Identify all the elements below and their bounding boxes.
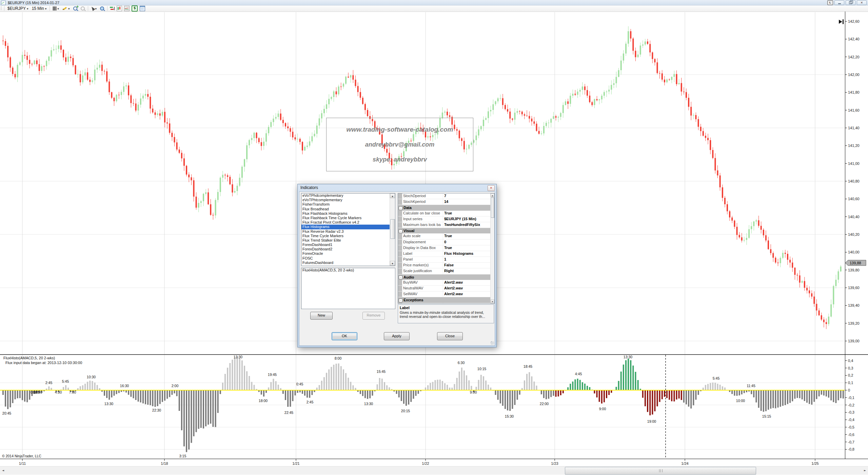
collapse-icon[interactable]: - [399, 206, 402, 210]
svg-text:22:00: 22:00 [540, 402, 549, 406]
property-value[interactable]: Alert2.wav [444, 286, 487, 291]
scroll-down-icon[interactable]: ▼ [390, 261, 395, 266]
property-row[interactable]: Maximum bars look baTwoHundredFiftySix [398, 222, 491, 228]
property-category-row[interactable]: -Audio [398, 274, 491, 280]
ok-button[interactable]: OK [332, 332, 357, 340]
property-row[interactable]: Price marker(s)False [398, 263, 491, 268]
property-category-row[interactable]: -Exceptions [398, 297, 491, 303]
configured-indicator-item[interactable]: FluxHisto(AMACD,5, 20 2-wks) [301, 268, 395, 272]
scrollbar-thumb[interactable] [491, 197, 494, 218]
indicator-list-item[interactable]: Flux Broadhead [301, 207, 395, 211]
property-row[interactable]: Auto scaleTrue [398, 233, 491, 239]
property-row[interactable]: Panel1 [398, 257, 491, 263]
indicator-list-item[interactable]: ForexOracle [301, 251, 395, 256]
property-name: Panel [403, 257, 442, 262]
scroll-up-icon[interactable]: ▲ [491, 193, 494, 197]
property-value[interactable]: TwoHundredFiftySix [444, 222, 487, 227]
svg-text:13:30: 13:30 [624, 355, 632, 359]
new-button[interactable]: New [310, 312, 333, 320]
svg-text:15:15: 15:15 [762, 414, 771, 418]
property-name: SellWAV [403, 291, 442, 297]
property-value[interactable]: Right [444, 268, 487, 273]
property-value[interactable]: 2010-12-23 14:00 [444, 303, 487, 304]
indicator-list-item[interactable]: Flux Reverse Radar v2.3 [301, 229, 395, 234]
indicator-list-item[interactable]: Flux Flashback Time Cycle Markers [301, 216, 395, 220]
property-row[interactable]: NeutralWAVAlert2.wav [398, 286, 491, 291]
property-row[interactable]: Display in Data BoxTrue [398, 245, 491, 251]
histogram-time-labels: 20:450:000:453:002:454:305:457:0010:3013… [2, 355, 771, 458]
property-category-row[interactable]: -Visual [398, 228, 491, 233]
scroll-down-icon[interactable]: ▼ [491, 300, 494, 303]
resize-grip[interactable] [491, 341, 494, 345]
scrollbar-thumb[interactable] [565, 467, 756, 475]
scrollbar-thumb[interactable] [390, 219, 395, 239]
apply-button[interactable]: Apply [384, 332, 410, 340]
grid-scrollbar[interactable]: ▲ ▼ [490, 193, 494, 303]
indicator-list-item[interactable]: Flux Trend Stalker Elite [301, 238, 395, 243]
property-row[interactable]: SellWAVAlert2.wav [398, 291, 491, 297]
indicator-list-item[interactable]: FuturesDashboard [301, 261, 395, 265]
property-value[interactable]: Flux Histograms [444, 251, 487, 256]
indicator-list-item[interactable]: eVoTPhtcomplementary [301, 198, 395, 202]
property-grid[interactable]: StochDperiod7StochKperiod14-DataCalculat… [398, 193, 495, 304]
property-name: Scale justification [403, 268, 442, 273]
property-value[interactable]: Alert2.wav [444, 280, 487, 285]
indicator-list-item[interactable]: eVoTPhdcomplementary [301, 193, 395, 198]
property-row[interactable]: Displacement0 [398, 240, 491, 245]
indicator-list-item[interactable]: Flux Fractal Pivot Confluence v4.2 [301, 220, 395, 225]
horizontal-scrollbar[interactable]: ◄ ► [0, 466, 868, 475]
scroll-up-icon[interactable]: ▲ [390, 193, 395, 198]
svg-text:7:00: 7:00 [69, 390, 76, 394]
available-indicators-list[interactable]: eVoTPhdcomplementaryeVoTPhtcomplementary… [301, 193, 395, 266]
property-row[interactable]: LabelFlux Histograms [398, 251, 491, 257]
property-row[interactable]: Input series$EURJPY (15 Min) [398, 216, 491, 222]
indicator-list-item[interactable]: FOSC [301, 256, 395, 261]
description-text: Gives a minute-by-minute statistical ana… [400, 310, 492, 319]
property-value[interactable]: True [444, 233, 487, 239]
property-category-row[interactable]: -Data [398, 205, 491, 210]
go-to-last-bar-icon[interactable] [839, 19, 846, 25]
indicator-list-item[interactable]: Flux Flashback Histograms [301, 211, 395, 216]
collapse-icon[interactable]: - [399, 299, 402, 302]
property-value[interactable]: 1 [444, 257, 487, 262]
property-row[interactable]: StochDperiod7 [398, 193, 491, 199]
property-row[interactable]: Holiday1DateTime2010-12-23 14:00 [398, 303, 491, 304]
property-value[interactable]: $EURJPY (15 Min) [444, 216, 487, 222]
indicator-list-item[interactable]: FisherTransform [301, 202, 395, 207]
dialog-close-button[interactable]: ✕ [488, 185, 495, 191]
svg-text:1/24: 1/24 [681, 461, 688, 466]
watermark: www.trading-software-catalog.com andreyb… [326, 118, 473, 171]
configured-indicators-list[interactable]: FluxHisto(AMACD,5, 20 2-wks) [301, 268, 395, 309]
svg-text:0,1: 0,1 [848, 381, 853, 385]
property-row[interactable]: StochKperiod14 [398, 199, 491, 205]
property-value[interactable]: 0 [444, 240, 487, 245]
svg-text:139,20: 139,20 [848, 321, 860, 325]
property-value[interactable]: True [444, 245, 487, 250]
property-row[interactable]: Calculate on bar closeTrue [398, 211, 491, 216]
collapse-icon[interactable]: - [399, 229, 402, 233]
property-row[interactable]: Scale justificationRight [398, 268, 491, 274]
property-value[interactable]: False [444, 263, 487, 268]
property-value[interactable]: Alert2.wav [444, 291, 487, 297]
close-dialog-button[interactable]: Close [437, 332, 463, 340]
svg-text:18:45: 18:45 [524, 364, 532, 368]
indicator-list-item[interactable]: Flux Time Cycle Markers [301, 234, 395, 238]
property-row[interactable]: BuyWAVAlert2.wav [398, 280, 491, 286]
indicator-list-item[interactable]: Flux Histograms [301, 225, 395, 229]
property-value[interactable]: 7 [444, 193, 487, 198]
property-value[interactable]: 14 [444, 199, 487, 204]
indicator-list-item[interactable]: ForexDashboard2 [301, 247, 395, 251]
collapse-icon[interactable]: - [399, 276, 402, 279]
svg-text:2:45: 2:45 [307, 400, 314, 404]
svg-text:6:30: 6:30 [458, 361, 465, 365]
svg-text:139,60: 139,60 [848, 286, 860, 290]
property-value[interactable]: True [444, 211, 487, 216]
scroll-left-icon[interactable]: ◄ [0, 467, 6, 475]
svg-text:-0,2: -0,2 [848, 403, 854, 407]
panel-separator[interactable] [0, 354, 868, 355]
list-scrollbar[interactable]: ▲ ▼ [390, 193, 395, 266]
watermark-line: skype: andreybbrv [327, 156, 473, 163]
indicator-list-item[interactable]: ForexDashboard1 [301, 243, 395, 247]
scroll-right-icon[interactable]: ► [862, 467, 868, 475]
ninjatrader-chart-window: $EURJPY (15 Min) 2014-01-27 L ✕ $EURJPY … [0, 0, 868, 475]
